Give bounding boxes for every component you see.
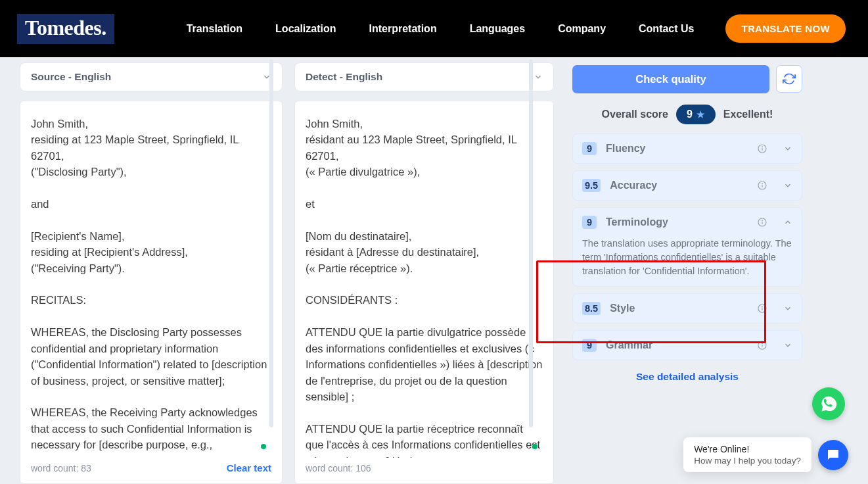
- source-language-label: Source - English: [31, 71, 111, 83]
- source-textbox[interactable]: John Smith, residing at 123 Maple Street…: [20, 101, 283, 484]
- source-word-count: word count: 83: [31, 462, 91, 475]
- metric-fluency[interactable]: 9 Fluency: [572, 133, 802, 164]
- chevron-down-icon[interactable]: [783, 341, 792, 350]
- chevron-down-icon[interactable]: [783, 304, 792, 313]
- target-text-content[interactable]: John Smith, résidant au 123 Maple Street…: [306, 116, 543, 458]
- refresh-button[interactable]: [776, 65, 802, 93]
- metric-score: 9: [582, 216, 597, 229]
- metric-name: Terminology: [606, 216, 748, 228]
- target-language-label: Detect - English: [306, 71, 382, 83]
- chat-bubble[interactable]: We're Online! How may I help you today?: [683, 437, 811, 472]
- site-header: Tomedes. Translation Localization Interp…: [0, 0, 868, 57]
- metric-name: Grammar: [606, 339, 748, 351]
- chat-open-button[interactable]: [818, 440, 848, 470]
- whatsapp-button[interactable]: [812, 387, 845, 420]
- metric-name: Style: [610, 302, 748, 314]
- overall-score-text: Excellent!: [723, 109, 773, 120]
- info-icon[interactable]: [757, 180, 767, 191]
- nav-languages[interactable]: Languages: [470, 23, 525, 35]
- metric-name: Fluency: [606, 143, 748, 155]
- metrics-list: 9 Fluency 9.5 Accuracy 9 Terminology: [572, 133, 802, 360]
- info-icon[interactable]: [757, 303, 767, 314]
- target-language-select[interactable]: Detect - English: [294, 62, 554, 91]
- star-icon: ★: [697, 109, 705, 120]
- overall-score-label: Overall score: [602, 109, 668, 120]
- chevron-up-icon[interactable]: [783, 218, 792, 227]
- svg-point-8: [762, 220, 763, 221]
- chat-title: We're Online!: [694, 444, 801, 454]
- nav-interpretation[interactable]: Interpretation: [369, 23, 437, 35]
- svg-point-5: [762, 183, 763, 184]
- target-word-count: word count: 106: [306, 462, 371, 475]
- overall-score-value: 9: [687, 109, 693, 120]
- source-language-select[interactable]: Source - English: [20, 62, 283, 91]
- svg-point-16: [833, 452, 834, 454]
- main-nav: Translation Localization Interpretation …: [187, 23, 695, 35]
- metric-grammar[interactable]: 9 Grammar: [572, 330, 802, 360]
- brand-logo[interactable]: Tomedes.: [17, 14, 114, 44]
- metric-score: 9: [582, 339, 597, 352]
- svg-point-15: [831, 452, 832, 454]
- source-column: Source - English John Smith, residing at…: [20, 62, 283, 484]
- svg-point-17: [836, 452, 837, 454]
- metric-body: The translation uses appropriate termino…: [582, 237, 792, 278]
- chevron-down-icon: [534, 72, 543, 82]
- info-icon[interactable]: [757, 340, 767, 351]
- overall-score-pill: 9 ★: [676, 105, 716, 124]
- info-icon[interactable]: [757, 217, 767, 228]
- metric-score: 8.5: [582, 302, 601, 315]
- nav-company[interactable]: Company: [558, 23, 606, 35]
- metric-score: 9.5: [582, 179, 601, 192]
- metric-style[interactable]: 8.5 Style: [572, 293, 802, 324]
- main-area: Source - English John Smith, residing at…: [0, 57, 868, 484]
- svg-point-14: [762, 343, 763, 344]
- chat-icon: [825, 447, 841, 463]
- clear-text-button[interactable]: Clear text: [227, 461, 271, 475]
- status-dot-icon: [532, 444, 537, 449]
- check-quality-row: Check quality: [572, 65, 802, 93]
- nav-localization[interactable]: Localization: [275, 23, 336, 35]
- nav-translation[interactable]: Translation: [187, 23, 242, 35]
- svg-point-2: [762, 147, 763, 147]
- source-text-content[interactable]: John Smith, residing at 123 Maple Street…: [31, 116, 271, 458]
- metric-terminology[interactable]: 9 Terminology The translation uses appro…: [572, 207, 802, 287]
- check-quality-button[interactable]: Check quality: [572, 65, 769, 93]
- source-footer: word count: 83 Clear text: [31, 461, 271, 475]
- refresh-icon: [783, 72, 796, 85]
- nav-contact[interactable]: Contact Us: [639, 23, 694, 35]
- divider-scroll-1: [269, 59, 273, 427]
- divider-scroll-2: [529, 59, 533, 427]
- status-dot-icon: [261, 444, 266, 449]
- chevron-down-icon[interactable]: [783, 144, 792, 153]
- target-footer: word count: 106: [306, 462, 543, 475]
- quality-panel: Check quality Overall score 9 ★ Excellen…: [572, 65, 802, 484]
- target-column: Detect - English John Smith, résidant au…: [294, 62, 554, 484]
- chat-subtitle: How may I help you today?: [694, 456, 801, 466]
- metric-name: Accuracy: [610, 180, 748, 191]
- metric-score: 9: [582, 142, 597, 155]
- info-icon[interactable]: [757, 143, 767, 154]
- chat-widget: We're Online! How may I help you today?: [683, 437, 848, 472]
- target-textbox[interactable]: John Smith, résidant au 123 Maple Street…: [294, 101, 554, 484]
- whatsapp-icon: [819, 395, 838, 413]
- chevron-down-icon[interactable]: [783, 181, 792, 190]
- metric-accuracy[interactable]: 9.5 Accuracy: [572, 170, 802, 201]
- see-detailed-analysis-link[interactable]: See detailed analysis: [572, 371, 802, 383]
- svg-point-11: [762, 306, 763, 307]
- overall-score-row: Overall score 9 ★ Excellent!: [572, 105, 802, 124]
- translate-now-button[interactable]: TRANSLATE NOW: [725, 14, 845, 43]
